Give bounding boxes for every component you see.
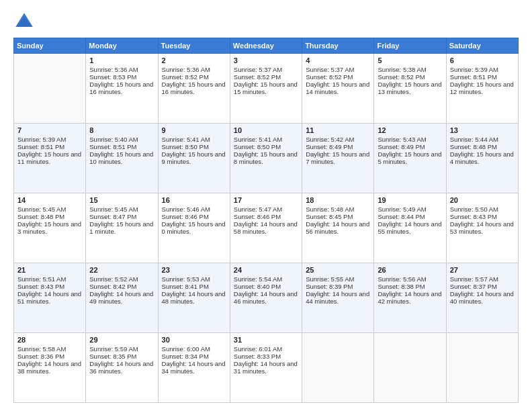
cell-sunrise: Sunrise: 5:52 AM bbox=[89, 275, 154, 283]
cell-date-number: 12 bbox=[378, 126, 442, 134]
cell-daylight: Daylight: 14 hours and 53 minutes. bbox=[450, 220, 515, 235]
page: SundayMondayTuesdayWednesdayThursdayFrid… bbox=[0, 0, 532, 411]
cell-sunrise: Sunrise: 5:37 AM bbox=[306, 66, 370, 73]
cell-daylight: Daylight: 14 hours and 56 minutes. bbox=[306, 220, 370, 235]
cell-sunrise: Sunrise: 5:46 AM bbox=[162, 205, 226, 213]
cell-sunrise: Sunrise: 6:01 AM bbox=[234, 345, 298, 353]
cell-sunrise: Sunrise: 5:48 AM bbox=[306, 205, 370, 213]
cell-sunset: Sunset: 8:49 PM bbox=[378, 143, 442, 150]
calendar-cell: 7Sunrise: 5:39 AMSunset: 8:51 PMDaylight… bbox=[14, 124, 86, 193]
cell-sunrise: Sunrise: 5:56 AM bbox=[378, 275, 442, 283]
cell-date-number: 20 bbox=[450, 196, 515, 204]
cell-daylight: Daylight: 15 hours and 5 minutes. bbox=[378, 150, 442, 165]
calendar-cell: 25Sunrise: 5:55 AMSunset: 8:39 PMDayligh… bbox=[302, 263, 374, 333]
cell-date-number: 31 bbox=[234, 336, 298, 344]
cell-sunrise: Sunrise: 5:58 AM bbox=[17, 345, 82, 353]
logo-icon bbox=[13, 11, 35, 32]
cell-sunset: Sunset: 8:41 PM bbox=[162, 283, 226, 290]
cell-date-number: 19 bbox=[378, 196, 442, 204]
calendar-cell: 19Sunrise: 5:49 AMSunset: 8:44 PMDayligh… bbox=[374, 193, 446, 263]
logo bbox=[13, 11, 38, 32]
calendar-week-row: 1Sunrise: 5:36 AMSunset: 8:53 PMDaylight… bbox=[14, 54, 519, 124]
calendar-cell: 15Sunrise: 5:45 AMSunset: 8:47 PMDayligh… bbox=[86, 193, 158, 263]
cell-sunset: Sunset: 8:51 PM bbox=[450, 73, 515, 81]
cell-sunrise: Sunrise: 5:42 AM bbox=[306, 136, 370, 143]
cell-sunrise: Sunrise: 5:45 AM bbox=[89, 205, 154, 213]
cell-date-number: 27 bbox=[450, 266, 515, 274]
cell-sunset: Sunset: 8:48 PM bbox=[17, 213, 82, 220]
calendar-cell: 3Sunrise: 5:37 AMSunset: 8:52 PMDaylight… bbox=[230, 54, 302, 124]
cell-daylight: Daylight: 14 hours and 38 minutes. bbox=[17, 360, 82, 375]
cell-date-number: 18 bbox=[306, 196, 370, 204]
cell-date-number: 16 bbox=[162, 196, 226, 204]
cell-sunrise: Sunrise: 5:53 AM bbox=[162, 275, 226, 283]
cell-sunrise: Sunrise: 5:49 AM bbox=[378, 205, 442, 213]
cell-sunset: Sunset: 8:49 PM bbox=[306, 143, 370, 150]
cell-date-number: 1 bbox=[89, 56, 154, 64]
cell-date-number: 14 bbox=[17, 196, 82, 204]
cell-daylight: Daylight: 15 hours and 9 minutes. bbox=[162, 150, 226, 165]
day-header-sunday: Sunday bbox=[14, 38, 86, 54]
cell-date-number: 28 bbox=[17, 336, 82, 344]
calendar-cell: 14Sunrise: 5:45 AMSunset: 8:48 PMDayligh… bbox=[14, 193, 86, 263]
calendar-cell: 13Sunrise: 5:44 AMSunset: 8:48 PMDayligh… bbox=[446, 124, 518, 193]
header bbox=[13, 11, 519, 32]
cell-sunset: Sunset: 8:44 PM bbox=[378, 213, 442, 220]
calendar-cell: 31Sunrise: 6:01 AMSunset: 8:33 PMDayligh… bbox=[230, 333, 302, 403]
cell-sunset: Sunset: 8:40 PM bbox=[234, 283, 298, 290]
cell-date-number: 23 bbox=[162, 266, 226, 274]
calendar-cell: 29Sunrise: 5:59 AMSunset: 8:35 PMDayligh… bbox=[86, 333, 158, 403]
cell-sunset: Sunset: 8:43 PM bbox=[17, 283, 82, 290]
calendar-cell: 11Sunrise: 5:42 AMSunset: 8:49 PMDayligh… bbox=[302, 124, 374, 193]
cell-sunset: Sunset: 8:52 PM bbox=[306, 73, 370, 81]
cell-sunset: Sunset: 8:51 PM bbox=[89, 143, 154, 150]
cell-date-number: 5 bbox=[378, 56, 442, 64]
cell-date-number: 3 bbox=[234, 56, 298, 64]
cell-date-number: 13 bbox=[450, 126, 515, 134]
cell-sunrise: Sunrise: 5:41 AM bbox=[234, 136, 298, 143]
cell-date-number: 22 bbox=[89, 266, 154, 274]
cell-sunrise: Sunrise: 5:39 AM bbox=[17, 136, 82, 143]
cell-sunrise: Sunrise: 5:41 AM bbox=[162, 136, 226, 143]
calendar-cell: 8Sunrise: 5:40 AMSunset: 8:51 PMDaylight… bbox=[86, 124, 158, 193]
calendar-cell: 18Sunrise: 5:48 AMSunset: 8:45 PMDayligh… bbox=[302, 193, 374, 263]
calendar-cell: 9Sunrise: 5:41 AMSunset: 8:50 PMDaylight… bbox=[158, 124, 230, 193]
day-header-tuesday: Tuesday bbox=[158, 38, 230, 54]
cell-date-number: 8 bbox=[89, 126, 154, 134]
cell-sunset: Sunset: 8:35 PM bbox=[89, 353, 154, 360]
calendar-week-row: 28Sunrise: 5:58 AMSunset: 8:36 PMDayligh… bbox=[14, 333, 519, 403]
cell-sunrise: Sunrise: 5:59 AM bbox=[89, 345, 154, 353]
cell-daylight: Daylight: 15 hours and 11 minutes. bbox=[17, 150, 82, 165]
day-header-monday: Monday bbox=[86, 38, 158, 54]
day-header-thursday: Thursday bbox=[302, 38, 374, 54]
cell-daylight: Daylight: 15 hours and 16 minutes. bbox=[162, 81, 226, 95]
calendar-cell: 22Sunrise: 5:52 AMSunset: 8:42 PMDayligh… bbox=[86, 263, 158, 333]
calendar-cell bbox=[14, 54, 86, 124]
calendar-cell: 6Sunrise: 5:39 AMSunset: 8:51 PMDaylight… bbox=[446, 54, 518, 124]
cell-sunset: Sunset: 8:33 PM bbox=[234, 353, 298, 360]
day-header-friday: Friday bbox=[374, 38, 446, 54]
cell-sunrise: Sunrise: 5:37 AM bbox=[234, 66, 298, 73]
calendar-cell: 4Sunrise: 5:37 AMSunset: 8:52 PMDaylight… bbox=[302, 54, 374, 124]
cell-sunset: Sunset: 8:51 PM bbox=[17, 143, 82, 150]
cell-sunset: Sunset: 8:53 PM bbox=[89, 73, 154, 81]
calendar-cell: 30Sunrise: 6:00 AMSunset: 8:34 PMDayligh… bbox=[158, 333, 230, 403]
calendar-cell: 2Sunrise: 5:36 AMSunset: 8:52 PMDaylight… bbox=[158, 54, 230, 124]
cell-daylight: Daylight: 15 hours and 16 minutes. bbox=[89, 81, 154, 95]
cell-sunset: Sunset: 8:38 PM bbox=[378, 283, 442, 290]
cell-daylight: Daylight: 14 hours and 58 minutes. bbox=[234, 220, 298, 235]
cell-daylight: Daylight: 15 hours and 15 minutes. bbox=[234, 81, 298, 95]
calendar-week-row: 14Sunrise: 5:45 AMSunset: 8:48 PMDayligh… bbox=[14, 193, 519, 263]
cell-date-number: 25 bbox=[306, 266, 370, 274]
cell-sunrise: Sunrise: 5:47 AM bbox=[234, 205, 298, 213]
cell-date-number: 24 bbox=[234, 266, 298, 274]
cell-daylight: Daylight: 15 hours and 1 minute. bbox=[89, 220, 154, 235]
cell-sunrise: Sunrise: 5:57 AM bbox=[450, 275, 515, 283]
calendar-cell: 1Sunrise: 5:36 AMSunset: 8:53 PMDaylight… bbox=[86, 54, 158, 124]
cell-daylight: Daylight: 15 hours and 8 minutes. bbox=[234, 150, 298, 165]
cell-sunset: Sunset: 8:42 PM bbox=[89, 283, 154, 290]
cell-sunset: Sunset: 8:46 PM bbox=[234, 213, 298, 220]
cell-sunrise: Sunrise: 5:40 AM bbox=[89, 136, 154, 143]
cell-daylight: Daylight: 15 hours and 4 minutes. bbox=[450, 150, 515, 165]
cell-sunrise: Sunrise: 5:36 AM bbox=[162, 66, 226, 73]
